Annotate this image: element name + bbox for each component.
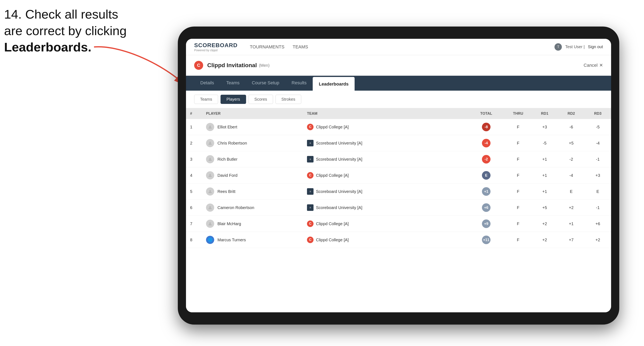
- rd2-cell: E: [558, 183, 584, 200]
- team-name: Scoreboard University [A]: [316, 157, 362, 162]
- filter-players[interactable]: Players: [220, 95, 246, 104]
- col-header-total: TOTAL: [468, 108, 505, 119]
- svg-point-1: [209, 126, 211, 127]
- rd1-cell: +1: [532, 151, 558, 168]
- team-logo-clippd: C: [307, 237, 314, 243]
- total-cell: +1: [468, 183, 505, 200]
- score-badge: +6: [482, 203, 490, 212]
- player-name: Blair McHarg: [218, 221, 241, 226]
- team-logo-scoreboard: ≡: [307, 188, 314, 195]
- filter-teams[interactable]: Teams: [194, 95, 218, 104]
- table-row: 1 Elliot Ebert C Clippd College [A] -8 F…: [186, 119, 611, 135]
- rd3-cell: -1: [584, 151, 611, 168]
- player-avatar: [206, 187, 214, 195]
- player-name: Rees Britt: [218, 189, 236, 194]
- player-cell: Blair McHarg: [202, 216, 303, 232]
- close-icon: ✕: [599, 63, 603, 68]
- total-cell: +11: [468, 232, 505, 248]
- svg-point-4: [209, 174, 211, 175]
- rd2-cell: -4: [558, 168, 584, 183]
- team-name: Scoreboard University [A]: [316, 141, 362, 146]
- total-cell: -2: [468, 151, 505, 168]
- player-avatar: [206, 171, 214, 179]
- filter-strokes[interactable]: Strokes: [276, 95, 301, 104]
- player-avatar: [206, 220, 214, 228]
- rd3-cell: +6: [584, 216, 611, 232]
- team-name: Clippd College [A]: [316, 173, 349, 178]
- signout-link[interactable]: Sign out: [588, 44, 603, 49]
- table-row: 6 Cameron Robertson ≡ Scoreboard Univers…: [186, 200, 611, 216]
- svg-point-7: [209, 222, 211, 224]
- player-avatar: [206, 139, 214, 147]
- table-row: 8 🌐 Marcus Turners C Clippd College [A] …: [186, 232, 611, 248]
- top-nav: SCOREBOARD Powered by clippd TOURNAMENTS…: [186, 39, 611, 55]
- team-cell: ≡ Scoreboard University [A]: [303, 183, 468, 200]
- rd3-cell: -1: [584, 200, 611, 216]
- rank-cell: 4: [186, 168, 202, 183]
- nav-right: T Test User | Sign out: [554, 43, 603, 51]
- rd1-cell: +1: [532, 168, 558, 183]
- total-cell: -8: [468, 119, 505, 135]
- tab-details[interactable]: Details: [194, 76, 220, 91]
- rd3-cell: -4: [584, 135, 611, 151]
- logo-text: SCOREBOARD: [194, 42, 238, 49]
- col-header-rd3: RD3: [584, 108, 611, 119]
- tab-leaderboards[interactable]: Leaderboards: [313, 77, 355, 91]
- thru-cell: F: [505, 168, 532, 183]
- rd2-cell: +1: [558, 216, 584, 232]
- player-avatar: [206, 155, 214, 163]
- player-cell: Elliot Ebert: [202, 119, 303, 135]
- user-avatar: T: [554, 43, 562, 51]
- tournament-gender: (Men): [259, 63, 270, 68]
- score-badge: -2: [482, 155, 490, 164]
- score-badge: +1: [482, 187, 490, 196]
- tournament-title: Clippd Invitational: [207, 62, 257, 69]
- rd2-cell: +7: [558, 232, 584, 248]
- col-header-team: TEAM: [303, 108, 468, 119]
- rd3-cell: -5: [584, 119, 611, 135]
- table-row: 5 Rees Britt ≡ Scoreboard University [A]…: [186, 183, 611, 200]
- logo-area: SCOREBOARD Powered by clippd: [194, 42, 238, 52]
- tab-course-setup[interactable]: Course Setup: [246, 76, 286, 91]
- tab-results[interactable]: Results: [286, 76, 313, 91]
- logo-powered: Powered by clippd: [194, 49, 238, 52]
- nav-tournaments[interactable]: TOURNAMENTS: [250, 43, 284, 51]
- player-name: Elliot Ebert: [218, 125, 237, 129]
- score-badge: -8: [482, 123, 490, 131]
- rd1-cell: +2: [532, 216, 558, 232]
- nav-links: TOURNAMENTS TEAMS: [250, 43, 554, 51]
- instruction-bold: Leaderboards.: [4, 40, 91, 54]
- team-cell: C Clippd College [A]: [303, 168, 468, 183]
- team-logo-clippd: C: [307, 220, 314, 227]
- team-cell: C Clippd College [A]: [303, 119, 468, 135]
- player-cell: Chris Robertson: [202, 135, 303, 151]
- tablet-screen: SCOREBOARD Powered by clippd TOURNAMENTS…: [186, 39, 611, 312]
- team-cell: C Clippd College [A]: [303, 232, 468, 248]
- score-badge: -4: [482, 139, 490, 147]
- thru-cell: F: [505, 119, 532, 135]
- player-name: Cameron Robertson: [218, 205, 254, 210]
- table-row: 3 Rich Butler ≡ Scoreboard University [A…: [186, 151, 611, 168]
- player-cell: 🌐 Marcus Turners: [202, 232, 303, 248]
- cancel-button[interactable]: Cancel ✕: [584, 63, 603, 68]
- tournament-header: C Clippd Invitational (Men) Cancel ✕: [186, 55, 611, 76]
- rd1-cell: +1: [532, 183, 558, 200]
- total-cell: +9: [468, 216, 505, 232]
- total-cell: E: [468, 168, 505, 183]
- svg-point-5: [209, 190, 211, 192]
- rd2-cell: +5: [558, 135, 584, 151]
- filter-scores[interactable]: Scores: [248, 95, 273, 104]
- svg-point-2: [209, 142, 211, 143]
- content-area: C Clippd Invitational (Men) Cancel ✕ Det…: [186, 55, 611, 312]
- team-cell: ≡ Scoreboard University [A]: [303, 135, 468, 151]
- nav-teams[interactable]: TEAMS: [293, 43, 308, 51]
- team-logo-clippd: C: [307, 172, 314, 178]
- rd3-cell: +3: [584, 168, 611, 183]
- tournament-logo: C: [194, 61, 203, 70]
- player-avatar: [206, 203, 214, 212]
- thru-cell: F: [505, 232, 532, 248]
- rank-cell: 7: [186, 216, 202, 232]
- tablet-frame: SCOREBOARD Powered by clippd TOURNAMENTS…: [178, 26, 619, 325]
- tab-teams[interactable]: Teams: [220, 76, 246, 91]
- team-cell: ≡ Scoreboard University [A]: [303, 151, 468, 168]
